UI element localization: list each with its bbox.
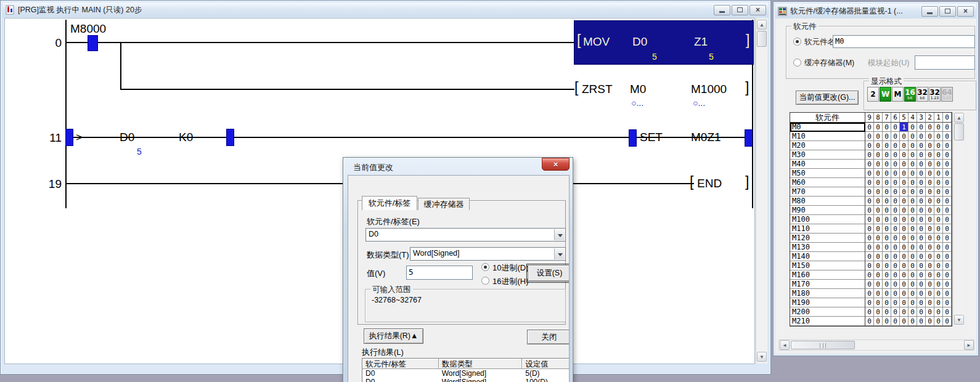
maximize-button[interactable] <box>939 6 956 17</box>
device-cell[interactable]: M50 <box>790 169 865 178</box>
bit-cell[interactable]: 0 <box>917 280 926 289</box>
bit-cell[interactable]: 0 <box>891 197 900 206</box>
result-row[interactable]: D0Word[Signed]100(D) <box>362 378 570 382</box>
bit-cell[interactable]: 0 <box>874 123 883 132</box>
bit-cell[interactable]: 0 <box>900 270 909 280</box>
bit-cell[interactable]: 0 <box>917 160 926 169</box>
bit-cell[interactable]: 0 <box>917 270 926 280</box>
bit-cell[interactable]: 0 <box>943 270 952 280</box>
bit-cell[interactable]: 0 <box>917 132 926 141</box>
bit-cell[interactable]: 0 <box>909 307 917 317</box>
format-button-word[interactable]: W <box>880 87 891 102</box>
bit-cell[interactable]: 0 <box>943 307 952 317</box>
bit-cell[interactable]: 0 <box>934 224 943 234</box>
bit-cell[interactable]: 0 <box>891 169 900 178</box>
bit-cell[interactable]: 0 <box>874 197 883 206</box>
bit-cell[interactable]: 0 <box>943 141 952 150</box>
bit-cell[interactable]: 0 <box>891 150 900 160</box>
device-cell[interactable]: M140 <box>790 252 865 261</box>
bit-cell[interactable]: 0 <box>926 243 934 252</box>
bit-cell[interactable]: 0 <box>909 234 917 243</box>
bit-cell[interactable]: 0 <box>891 224 900 234</box>
bit-cell[interactable]: 0 <box>926 206 934 215</box>
bit-cell[interactable]: 0 <box>909 141 917 150</box>
bit-cell[interactable]: 0 <box>900 252 909 261</box>
bit-cell[interactable]: 0 <box>934 123 943 132</box>
bit-cell[interactable]: 0 <box>934 187 943 197</box>
bit-cell[interactable]: 0 <box>865 307 874 317</box>
bit-cell[interactable]: 0 <box>917 169 926 178</box>
bit-cell[interactable]: 0 <box>865 150 874 160</box>
scroll-right-icon[interactable]: ► <box>964 340 974 350</box>
bit-cell[interactable]: 0 <box>865 169 874 178</box>
bit-cell[interactable]: 0 <box>891 252 900 261</box>
tab-buffer-memory[interactable]: 缓冲存储器 <box>418 198 470 210</box>
bit-cell[interactable]: 0 <box>874 150 883 160</box>
device-cell[interactable]: M150 <box>790 261 865 270</box>
bit-cell[interactable]: 0 <box>926 261 934 270</box>
set-coil-left-on[interactable] <box>629 129 637 147</box>
bit-cell[interactable]: 0 <box>934 298 943 307</box>
device-cell[interactable]: M180 <box>790 289 865 298</box>
bit-cell[interactable]: 0 <box>865 197 874 206</box>
bit-cell[interactable]: 0 <box>891 261 900 270</box>
minimize-button[interactable] <box>921 6 938 17</box>
bit-cell[interactable]: 0 <box>874 298 883 307</box>
bit-cell[interactable]: 0 <box>900 307 909 317</box>
format-button-16bit[interactable]: 16bit <box>904 87 916 102</box>
bit-cell[interactable]: 0 <box>943 197 952 206</box>
execution-result-button[interactable]: 执行结果(R)▲ <box>364 328 423 344</box>
bit-cell[interactable]: 0 <box>900 197 909 206</box>
device-cell[interactable]: M190 <box>790 298 865 307</box>
bit-cell[interactable]: 0 <box>909 178 917 187</box>
bit-cell[interactable]: 0 <box>891 187 900 197</box>
bit-cell[interactable]: 0 <box>891 178 900 187</box>
compare-contact-right-on[interactable] <box>226 129 234 146</box>
bit-cell[interactable]: 0 <box>917 215 926 224</box>
device-cell[interactable]: M20 <box>790 141 865 150</box>
bit-cell[interactable]: 0 <box>926 317 934 326</box>
dialog-close-action-button[interactable]: 关闭 <box>527 330 570 344</box>
format-button-32real[interactable]: 321.23 <box>929 87 941 102</box>
dropdown-icon[interactable] <box>554 248 565 259</box>
table-vertical-scrollbar[interactable]: ▲ ▼ <box>953 112 965 326</box>
bit-cell[interactable]: 0 <box>900 280 909 289</box>
bit-cell[interactable]: 0 <box>909 197 917 206</box>
bit-cell[interactable]: 0 <box>891 243 900 252</box>
bit-cell[interactable]: 0 <box>865 234 874 243</box>
bit-cell[interactable]: 0 <box>926 150 934 160</box>
bit-cell[interactable]: 0 <box>909 252 917 261</box>
dropdown-icon[interactable] <box>554 229 565 240</box>
change-current-value-button[interactable]: 当前值更改(G)... <box>796 91 859 105</box>
bit-cell[interactable]: 0 <box>943 298 952 307</box>
bit-cell[interactable]: 0 <box>891 123 900 132</box>
bit-cell[interactable]: 0 <box>917 141 926 150</box>
bit-cell[interactable]: 0 <box>934 280 943 289</box>
bit-cell[interactable]: 0 <box>909 150 917 160</box>
ladder-vertical-scrollbar[interactable]: ▲ ▼ <box>756 18 767 364</box>
bit-cell[interactable]: 0 <box>909 206 917 215</box>
bit-cell[interactable]: 0 <box>943 160 952 169</box>
bit-cell[interactable]: 0 <box>917 289 926 298</box>
bit-cell[interactable]: 0 <box>874 317 883 326</box>
monitor-window-titlebar[interactable]: 软元件/缓冲存储器批量监视-1 (... × <box>775 4 976 18</box>
bit-cell[interactable]: 0 <box>900 224 909 234</box>
bit-cell[interactable]: 0 <box>891 141 900 150</box>
bit-cell[interactable]: 0 <box>874 141 883 150</box>
bit-cell[interactable]: 0 <box>943 234 952 243</box>
mov-instruction-block[interactable]: [ MOV D0 5 Z1 5 ] <box>574 20 754 65</box>
bit-cell[interactable]: 0 <box>865 123 874 132</box>
bit-cell[interactable]: 0 <box>865 261 874 270</box>
bit-cell[interactable]: 0 <box>874 252 883 261</box>
bit-cell[interactable]: 0 <box>909 243 917 252</box>
bit-cell[interactable]: 0 <box>926 307 934 317</box>
bit-cell[interactable]: 0 <box>865 160 874 169</box>
hex-radio-label[interactable]: 16进制(H) <box>492 276 529 287</box>
bit-cell[interactable]: 0 <box>926 132 934 141</box>
bit-cell[interactable]: 0 <box>865 178 874 187</box>
bit-cell[interactable]: 0 <box>865 206 874 215</box>
bit-cell[interactable]: 0 <box>891 298 900 307</box>
set-coil-right-on[interactable] <box>745 129 753 147</box>
bit-cell[interactable]: 0 <box>943 206 952 215</box>
device-cell[interactable]: M130 <box>790 243 865 252</box>
